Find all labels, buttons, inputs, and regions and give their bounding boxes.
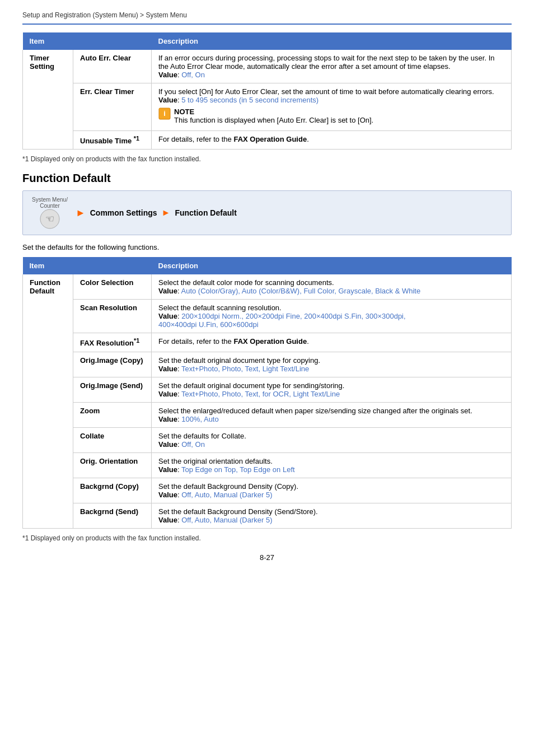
auto-err-clear-desc: If an error occurs during processing, pr… [152,50,512,83]
value-text: Auto (Color/Gray), Auto (Color/B&W), Ful… [181,287,420,295]
value-text: Off, On [181,440,205,449]
err-clear-timer-text: If you select [On] for Auto Error Clear,… [158,87,494,96]
table-desc: Select the enlarged/reduced default when… [152,402,512,427]
table-item: FAX Resolution*1 [73,333,152,352]
system-menu-label2: Counter [40,203,60,209]
svg-text:☜: ☜ [45,213,54,225]
table-item: Orig. Orientation [73,452,152,478]
hand-icon: ☜ [40,209,60,229]
page-number: 8-27 [22,553,512,562]
desc-text: Set the default Background Density (Send… [158,507,318,516]
table-row: Orig.Image (Send)Set the default origina… [23,377,512,402]
table-item: Orig.Image (Send) [73,377,152,402]
section-title: Function Default [22,172,512,185]
table-row: Orig. OrientationSet the original orient… [23,452,512,478]
system-menu-icon-wrapper: System Menu/ Counter ☜ [32,197,68,229]
nav-box: System Menu/ Counter ☜ ► Common Settings… [22,190,512,235]
value-label: Value: [158,440,181,449]
value-label: Value: [158,465,181,474]
table-desc: Set the default original document type f… [152,352,512,377]
err-clear-timer-value-label: Value: [158,96,181,104]
desc-text: Set the default original document type f… [158,381,344,390]
note-icon: i [158,108,171,120]
table-row: Backgrnd (Send)Set the default Backgroun… [23,503,512,528]
desc-text: Set the defaults for Collate. [158,432,246,440]
main-table-item-header: Item [23,257,152,274]
value-text: Top Edge on Top, Top Edge on Left [181,465,295,474]
main-table-desc-header: Description [152,257,512,274]
table-item: Backgrnd (Send) [73,503,152,528]
footnote2: *1 Displayed only on products with the f… [22,534,512,542]
value-text: 100%, Auto [181,415,219,423]
intro-text: Set the defaults for the following funct… [22,243,512,251]
table-desc: Set the original orientation defaults.Va… [152,452,512,478]
top-divider [22,24,512,25]
top-table-item-header: Item [23,32,152,50]
table-row: Orig.Image (Copy)Set the default origina… [23,352,512,377]
desc-text: Select the enlarged/reduced default when… [158,407,472,415]
desc-text: Set the original orientation defaults. [158,457,273,465]
timer-setting-table: Item Description TimerSetting Auto Err. … [22,32,512,150]
table-item: Orig.Image (Copy) [73,352,152,377]
timer-setting-group: TimerSetting [23,50,73,150]
breadcrumb: Setup and Registration (System Menu) > S… [22,11,512,19]
value-text: Text+Photo, Photo, Text, for OCR, Light … [181,390,340,398]
table-desc: For details, refer to the FAX Operation … [152,333,512,352]
note-text: This function is displayed when [Auto Er… [174,116,373,124]
table-row: Backgrnd (Copy)Set the default Backgroun… [23,478,512,503]
auto-err-clear-value: Off, On [181,71,205,79]
value-label: Value: [158,415,181,423]
desc-text: Set the default Background Density (Copy… [158,482,298,491]
table-item: Collate [73,427,152,452]
value-label: Value: [158,287,181,295]
table-row: Unusable Time *1 For details, refer to t… [23,131,512,150]
value-label: Value: [158,516,181,524]
auto-err-clear-text: If an error occurs during processing, pr… [158,54,495,71]
top-table-desc-header: Description [152,32,512,50]
table-item: Scan Resolution [73,300,152,333]
auto-err-clear-value-label: Value: [158,71,181,79]
err-clear-timer-item: Err. Clear Timer [73,83,152,131]
note-label: NOTE [174,108,373,116]
value-label: Value: [158,491,181,499]
table-row: TimerSetting Auto Err. Clear If an error… [23,50,512,83]
unusable-time-item: Unusable Time *1 [73,131,152,150]
table-desc: Set the default original document type f… [152,377,512,402]
nav-arrow2: ► [162,208,171,218]
table-row: CollateSet the defaults for Collate.Valu… [23,427,512,452]
desc-text: For details, refer to the FAX Operation … [158,337,309,346]
value-label: Value: [158,365,181,373]
nav-path: ► Common Settings ► Function Default [76,207,237,219]
table-row: Scan ResolutionSelect the default scanni… [23,300,512,333]
table-desc: Select the default scanning resolution.V… [152,300,512,333]
unusable-time-desc: For details, refer to the FAX Operation … [152,131,512,150]
value-text: Off, Auto, Manual (Darker 5) [181,491,272,499]
function-default-group: FunctionDefault [23,274,73,528]
table-desc: Set the defaults for Collate.Value: Off,… [152,427,512,452]
table-item: Backgrnd (Copy) [73,478,152,503]
table-desc: Set the default Background Density (Send… [152,503,512,528]
err-clear-timer-value: 5 to 495 seconds (in 5 second increments… [181,96,318,104]
desc-text: Select the default scanning resolution. [158,304,282,312]
footnote1: *1 Displayed only on products with the f… [22,155,512,163]
nav-common-settings: Common Settings [90,208,157,217]
table-row: FAX Resolution*1For details, refer to th… [23,333,512,352]
table-item: Zoom [73,402,152,427]
value-text: Text+Photo, Photo, Text, Light Text/Line [181,365,309,373]
table-row: ZoomSelect the enlarged/reduced default … [23,402,512,427]
note-box: i NOTE This function is displayed when [… [158,108,504,124]
err-clear-timer-desc: If you select [On] for Auto Error Clear,… [152,83,512,131]
nav-arrow1: ► [76,207,86,219]
table-item: Color Selection [73,274,152,300]
value-text: 200×100dpi Norm., 200×200dpi Fine, 200×4… [158,312,406,329]
unusable-time-text: For details, refer to the FAX Operation … [158,135,309,143]
desc-text: Set the default original document type f… [158,356,320,365]
function-default-table: Item Description FunctionDefaultColor Se… [22,257,512,528]
table-desc: Set the default Background Density (Copy… [152,478,512,503]
svg-text:i: i [163,109,166,118]
value-label: Value: [158,390,181,398]
value-label: Value: [158,312,181,320]
desc-text: Select the default color mode for scanni… [158,278,334,287]
auto-err-clear-item: Auto Err. Clear [73,50,152,83]
system-menu-label1: System Menu/ [32,197,68,203]
